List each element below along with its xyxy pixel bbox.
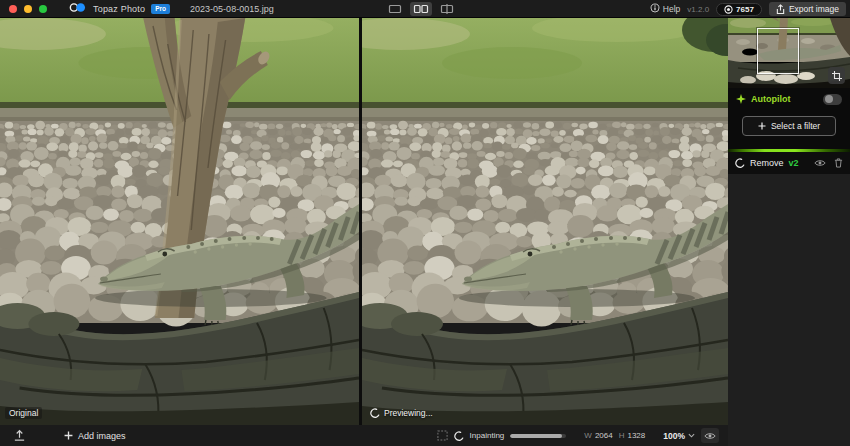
zoom-level-dropdown[interactable]: 100% [663,431,695,441]
preview-status-label: Previewing... [384,408,433,418]
navigator-viewport-rect[interactable] [757,28,799,74]
inpainting-label: Inpainting [470,431,505,440]
filter-remove-row[interactable]: Remove v2 [728,152,850,174]
filter-actions [814,158,843,168]
title-bar: Topaz Photo Pro 2023-05-08-0015.jpg Help [0,0,850,18]
help-button[interactable]: Help [650,3,680,15]
filter-section: Select a filter [728,110,850,149]
app-version: v1.2.0 [687,5,709,14]
upload-button[interactable] [13,429,26,442]
help-icon [650,3,660,15]
credits-count: 7657 [736,5,754,14]
view-mode-single-button[interactable] [384,2,406,16]
plus-icon [64,431,73,440]
crop-icon [832,71,842,81]
bottom-bar: Add images Inpainting W2064 H1328 100% [0,425,728,446]
spinner-icon [454,431,464,441]
topaz-logo-icon [69,0,87,18]
credits-badge[interactable]: 7657 [716,3,762,16]
help-label: Help [663,4,680,14]
inpainting-progress-fill [510,434,562,438]
chevron-down-icon [688,433,695,438]
original-photo [0,18,359,425]
spinner-icon [735,158,745,168]
processing-cluster: Inpainting W2064 H1328 100% [437,428,728,443]
close-window-button[interactable] [9,5,17,13]
preview-original-eye-button[interactable] [701,428,719,443]
marquee-select-icon[interactable] [437,430,448,441]
export-image-button[interactable]: Export image [769,2,846,16]
autopilot-row: Autopilot [728,88,850,110]
crop-button[interactable] [828,67,845,84]
credit-coin-icon [724,5,733,14]
sidebar-empty-area [728,174,850,446]
share-icon [776,4,785,15]
view-mode-switcher [384,2,458,16]
preview-image-panel[interactable]: Previewing... [362,18,728,425]
navigator-thumbnail[interactable] [728,18,850,88]
view-mode-split-button[interactable] [436,2,458,16]
spinner-icon [370,408,380,418]
select-filter-label: Select a filter [771,121,820,131]
title-bar-right: Help v1.2.0 7657 Export image [650,0,846,18]
right-sidebar: Autopilot Select a filter Remove v2 [728,18,850,446]
select-filter-button[interactable]: Select a filter [742,116,836,136]
export-image-label: Export image [789,4,839,14]
image-height-readout: H1328 [619,431,646,440]
autopilot-toggle[interactable] [823,94,842,105]
original-image-panel[interactable]: Original [0,18,359,425]
filter-version-badge: v2 [789,158,799,168]
zoom-level-value: 100% [663,431,685,441]
title-bar-left: Topaz Photo Pro 2023-05-08-0015.jpg [0,0,274,18]
maximize-window-button[interactable] [39,5,47,13]
minimize-window-button[interactable] [24,5,32,13]
autopilot-label: Autopilot [751,94,791,104]
open-filename: 2023-05-08-0015.jpg [190,4,274,14]
preview-status: Previewing... [370,408,433,418]
app-name: Topaz Photo [93,4,145,14]
add-images-label: Add images [78,431,126,441]
add-images-button[interactable]: Add images [64,431,126,441]
visibility-eye-icon[interactable] [814,159,826,167]
trash-icon[interactable] [834,158,843,168]
plus-icon [758,122,766,130]
original-label: Original [5,407,42,419]
sparkle-icon [736,94,746,104]
upload-icon [13,429,26,442]
inpainting-progress-bar [510,434,566,438]
toggle-knob [825,95,833,103]
pro-badge: Pro [151,4,170,14]
image-width-readout: W2064 [584,431,612,440]
preview-photo [362,18,728,425]
topaz-photo-app: Topaz Photo Pro 2023-05-08-0015.jpg Help [0,0,850,446]
view-mode-side-by-side-button[interactable] [410,2,432,16]
filter-name: Remove [750,158,784,168]
window-controls [9,5,47,13]
